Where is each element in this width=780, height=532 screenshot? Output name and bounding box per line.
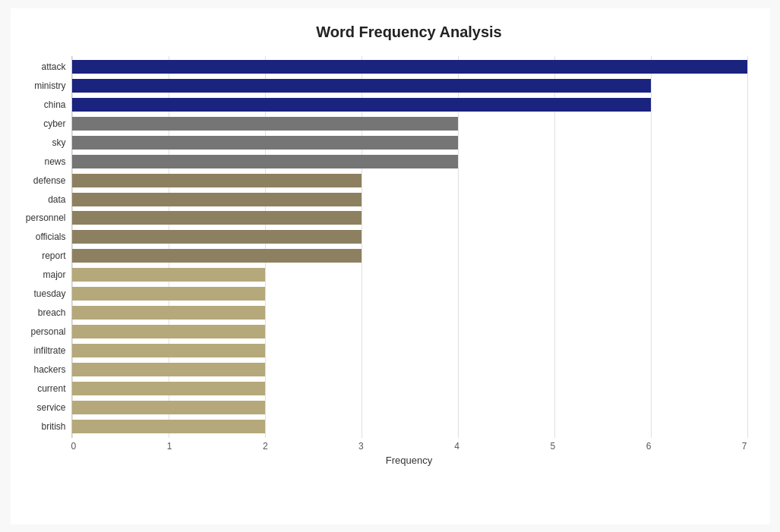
bar-label: news: [15, 156, 72, 167]
bar-label: current: [15, 383, 72, 394]
bar: [72, 117, 458, 131]
bar-row: attack: [72, 58, 747, 75]
bar: [72, 60, 747, 74]
bar-label: tuesday: [15, 288, 72, 299]
x-tick: 1: [167, 441, 172, 452]
bar: [72, 174, 362, 187]
bar-label: infiltrate: [15, 345, 72, 356]
plot-area: attackministrychinacyberskynewsdefenseda…: [71, 56, 747, 438]
bar-row: news: [72, 153, 747, 170]
x-ticks: 01234567: [71, 441, 747, 452]
bar-row: british: [72, 418, 747, 435]
bar-row: major: [72, 266, 747, 283]
bar-row: infiltrate: [72, 342, 747, 359]
x-tick: 7: [742, 441, 747, 452]
bar-row: service: [72, 399, 747, 416]
bar: [72, 249, 362, 263]
x-tick: 5: [550, 441, 555, 452]
bar-label: defense: [15, 175, 72, 186]
bar-label: personnel: [15, 212, 72, 223]
bar-label: sky: [15, 137, 72, 148]
bar-label: ministry: [15, 80, 72, 91]
x-axis: 01234567: [71, 441, 747, 452]
grid-line: [747, 56, 748, 438]
bar-label: cyber: [15, 118, 72, 129]
bar: [72, 306, 265, 320]
bar-row: cyber: [72, 115, 747, 132]
x-tick: 2: [263, 441, 268, 452]
bar: [72, 382, 265, 395]
x-tick: 6: [646, 441, 652, 452]
bar: [72, 344, 265, 357]
bar: [72, 136, 458, 150]
bar-row: ministry: [72, 77, 747, 94]
bar: [72, 230, 362, 244]
bar: [72, 363, 265, 376]
bar-row: report: [72, 247, 747, 264]
bar-row: breach: [72, 304, 747, 321]
bar-row: tuesday: [72, 285, 747, 302]
bar: [72, 420, 265, 433]
bar: [72, 193, 362, 206]
bar-row: current: [72, 380, 747, 397]
chart-container: Word Frequency Analysis attackministrych…: [11, 8, 770, 524]
bar-row: sky: [72, 134, 747, 151]
bar: [72, 211, 362, 225]
bar-label: british: [15, 421, 72, 432]
x-tick: 4: [454, 441, 459, 452]
bar-row: officials: [72, 228, 747, 245]
bar-label: personal: [15, 326, 72, 337]
x-axis-label: Frequency: [71, 455, 747, 466]
bar: [72, 268, 265, 282]
bar-row: data: [72, 191, 747, 208]
bar-label: major: [15, 269, 72, 280]
bar: [72, 98, 651, 112]
bar-label: attack: [15, 61, 72, 72]
bars-wrapper: attackministrychinacyberskynewsdefenseda…: [72, 56, 747, 438]
bar-label: data: [15, 194, 72, 205]
bar: [72, 79, 651, 93]
x-tick: 0: [71, 441, 77, 452]
bar-row: china: [72, 96, 747, 113]
bar-label: service: [15, 402, 72, 413]
bar: [72, 325, 265, 338]
bar-row: personal: [72, 323, 747, 340]
bar-label: china: [15, 99, 72, 110]
bar-row: hackers: [72, 361, 747, 378]
bar-label: breach: [15, 307, 72, 318]
chart-title: Word Frequency Analysis: [71, 24, 747, 41]
bar: [72, 401, 265, 414]
bars-section: attackministrychinacyberskynewsdefenseda…: [71, 56, 747, 438]
bar: [72, 155, 458, 168]
bar-row: defense: [72, 172, 747, 189]
chart-area: attackministrychinacyberskynewsdefenseda…: [71, 56, 747, 466]
x-tick: 3: [358, 441, 364, 452]
bar: [72, 287, 265, 301]
bar-label: hackers: [15, 364, 72, 375]
bar-label: report: [15, 250, 72, 261]
bar-row: personnel: [72, 209, 747, 226]
bar-label: officials: [15, 231, 72, 242]
